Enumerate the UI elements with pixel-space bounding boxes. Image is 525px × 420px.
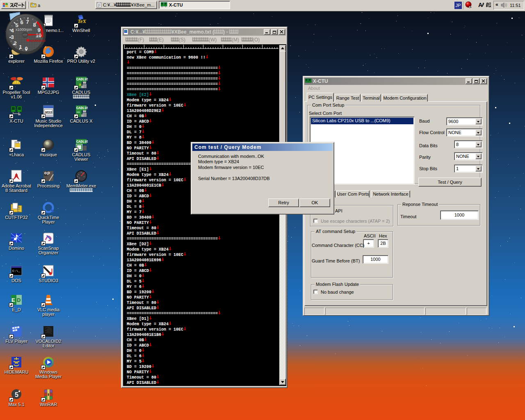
svg-text:6: 6	[20, 19, 23, 25]
svg-text:7: 7	[26, 19, 29, 25]
svg-text:CADLUS: CADLUS	[76, 78, 88, 82]
svg-text:C:\_: C:\_	[12, 269, 20, 273]
svg-text:CADLUS: CADLUS	[76, 106, 88, 110]
svg-text:E: E	[11, 297, 15, 303]
svg-text:10: 10	[36, 32, 41, 39]
svg-text:P: P	[47, 171, 50, 176]
svg-text:4: 4	[11, 27, 14, 34]
svg-text:WARNING: WARNING	[30, 39, 46, 43]
svg-text:D: D	[17, 297, 21, 303]
svg-text:x1000rpm: x1000rpm	[16, 27, 32, 32]
svg-text:MSS: MSS	[45, 110, 52, 114]
svg-text:1: 1	[19, 44, 22, 50]
svg-text:FTP: FTP	[16, 205, 21, 212]
svg-text:TeX: TeX	[78, 18, 87, 24]
svg-text:CADLUS: CADLUS	[76, 140, 88, 144]
svg-text:3: 3	[11, 34, 14, 40]
svg-text:5: 5	[15, 391, 18, 398]
svg-text:2: 2	[14, 40, 16, 46]
svg-text:8: 8	[33, 22, 36, 28]
svg-text:0: 0	[25, 46, 27, 52]
